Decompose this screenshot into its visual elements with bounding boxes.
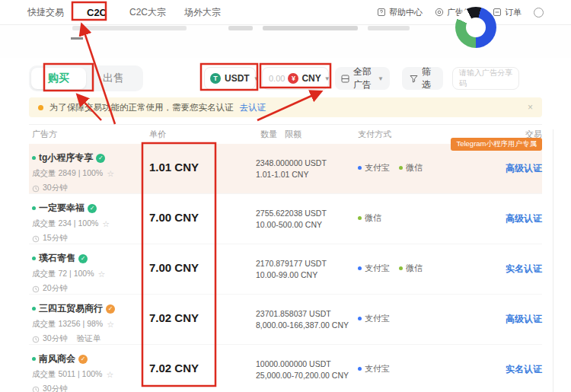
price-cell: 7.02 CNY [143,345,216,392]
merchant-volume: 成交量 2849 | 100% [32,168,103,179]
verify-action-link[interactable]: 高级认证 [506,163,542,174]
payment-method: 微信 [358,212,381,224]
table-row: 一定要幸福 ✓ 成交量 234 | 100% ☆ 15分钟 7.00 CNY 2… [29,194,542,244]
verify-action-link[interactable]: 高级认证 [506,213,542,224]
payment-method: 微信 [399,263,423,274]
online-dot-icon [32,257,36,260]
amount-cell: 2170.879177 USDT 10.00-99.00 CNY [216,244,353,295]
header-limit: 限额 [285,129,301,140]
merchant-name[interactable]: 璞石寄售 [39,252,75,265]
warning-dot-icon [38,105,43,110]
payment-dot-icon [399,166,403,170]
telegram-promo-badge: Telegram小程序用户专属 [451,138,542,151]
clock-icon [32,185,40,193]
star-icon[interactable]: ☆ [107,320,114,330]
banner-faded-text [263,26,358,30]
clock-icon [32,235,40,243]
verification-notice: 为了保障交易功能的正常使用，需要您实名认证 去认证 × [29,97,542,117]
amount-cell: 23701.858037 USDT 8,000.00-166,387.00 CN… [216,295,353,346]
profile-avatar-icon[interactable] [534,8,544,18]
merchant-volume: 成交量 13256 | 98% [32,319,103,330]
filter-button[interactable]: 筛选 [402,67,443,90]
merchant-volume: 成交量 72 | 100% [32,269,94,279]
merchant-name[interactable]: 三四五贸易商行 [39,302,103,315]
c2c-trading-page: 快捷交易 C2C C2C大宗 场外大宗 帮助中心 广告管理 订单 [0,0,571,392]
ad-type-select[interactable]: 全部广告 ▼ [335,67,390,90]
star-icon[interactable]: ☆ [98,269,106,279]
funnel-icon [410,75,418,83]
filter-button-label: 筛选 [422,65,435,91]
sell-tab[interactable]: 出售 [86,68,141,89]
clock-icon [32,386,40,392]
star-icon[interactable]: ☆ [106,370,113,380]
buy-sell-toggle: 购买 出售 [29,65,143,91]
merchant-name[interactable]: 一定要幸福 [39,202,85,215]
table-row: 三四五贸易商行 ✓ 成交量 13256 | 98% ☆ 30分钟 验证单 7.0… [29,295,542,345]
nav-item-otc-block[interactable]: 场外大宗 [184,6,221,19]
payment-cell: 支付宝 [353,295,460,346]
amount-cell: 2348.000000 USDT 1.01-1.01 CNY [216,144,353,195]
usdt-coin-icon: T [210,73,221,84]
share-code-input[interactable]: 请输入广告分享码 [452,67,519,90]
buy-tab[interactable]: 购买 [31,68,86,89]
amount-cell: 2755.622038 USDT 10.00-500.00 CNY [216,194,353,245]
close-icon[interactable]: × [528,102,533,113]
amount-input-group[interactable]: 0.00 ¥ CNY ▼ [262,67,329,90]
payment-dot-icon [358,266,362,270]
release-time: 30分钟 [43,384,68,392]
nav-item-c2c[interactable]: C2C [82,7,111,18]
online-dot-icon [32,156,36,160]
orders-link[interactable]: 订单 [493,7,522,18]
verify-action-link[interactable]: 实名认证 [506,364,542,374]
table-body: tg小程序专享 ✓ 成交量 2849 | 100% ☆ 30分钟 1.01 CN… [29,144,542,392]
help-center-label: 帮助中心 [389,7,423,18]
payment-method: 微信 [399,162,423,174]
banner-faded-text [368,26,410,30]
share-code-placeholder: 请输入广告分享码 [459,68,512,89]
merchant-volume: 成交量 234 | 100% [32,218,98,229]
orders-label: 订单 [505,7,522,18]
help-center-link[interactable]: 帮助中心 [377,7,423,18]
amount-input[interactable]: 0.00 [269,74,285,83]
ad-type-value: 全部广告 [353,65,374,91]
payment-dot-icon [358,317,362,320]
order-doc-icon [493,8,502,17]
merchant-name[interactable]: tg小程序专享 [39,151,93,164]
order-limit: 1.01-1.01 CNY [256,169,353,180]
cny-coin-icon: ¥ [288,73,298,84]
verify-action-link[interactable]: 高级认证 [506,314,542,324]
price-value: 7.00 CNY [149,211,199,224]
star-icon[interactable]: ☆ [102,219,110,229]
banner-logo [455,7,496,48]
order-limit: 10.00-99.00 CNY [256,269,353,281]
verify-action-link[interactable]: 实名认证 [506,263,542,274]
nav-item-quick-trade[interactable]: 快捷交易 [27,6,64,19]
payment-cell: 微信 [353,194,460,245]
table-row: 璞石寄售 ✓ 成交量 72 | 100% ☆ 20分钟 7.00 CNY 217… [29,244,542,295]
banner-dash [71,37,83,40]
payment-cell: 支付宝微信 [353,144,460,195]
online-dot-icon [32,357,36,361]
star-icon[interactable]: ☆ [107,169,114,179]
price-cell: 1.01 CNY [143,144,216,195]
nav-item-c2c-block[interactable]: C2C大宗 [129,6,166,19]
chevron-down-icon: ▼ [324,75,330,82]
release-time: 30分钟 [43,183,68,195]
payment-dot-icon [358,216,362,220]
available-amount: 2170.879177 USDT [256,258,353,269]
merchant-volume: 成交量 5011 | 100% [32,369,102,380]
go-verify-link[interactable]: 去认证 [240,102,266,113]
release-time: 30分钟 [43,333,68,346]
available-amount: 10000.000000 USDT [256,359,353,370]
order-limit: 25,000.00-70,200.00 CNY [256,370,353,381]
available-amount: 2755.622038 USDT [256,208,353,219]
crypto-select[interactable]: T USDT ▼ [204,67,256,90]
clock-icon [32,285,40,293]
merchant-name[interactable]: 南风商会 [39,352,75,365]
merchant-badge-icon: ✓ [106,304,115,314]
header-amount: 数量 [260,129,277,140]
filter-bar: 购买 出售 T USDT ▼ 0.00 ¥ CNY ▼ 全部广告 ▼ 筛选 请输… [0,65,571,91]
payment-dot-icon [358,367,362,371]
payment-method: 支付宝 [358,363,390,374]
banner-faded-text [228,26,253,30]
